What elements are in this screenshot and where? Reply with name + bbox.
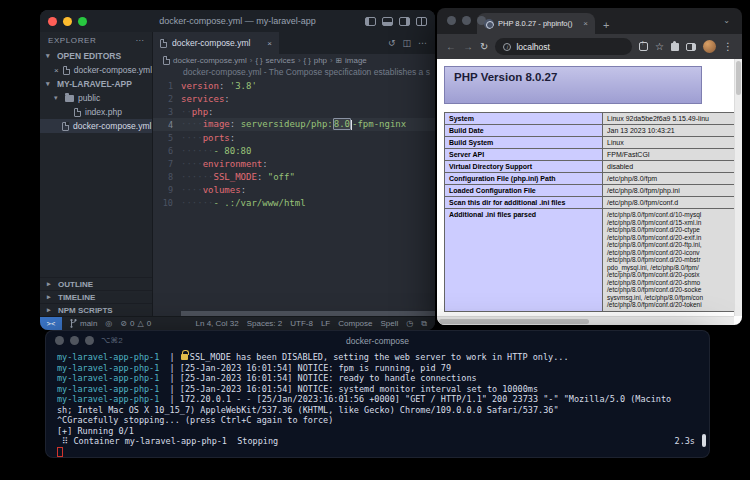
window-controls[interactable] xyxy=(447,16,486,25)
explorer-more-icon[interactable]: ⋯ xyxy=(135,36,144,45)
site-info-icon[interactable]: i xyxy=(503,43,511,51)
back-icon[interactable]: ← xyxy=(446,41,456,52)
status-item-ln-4-col-32[interactable]: Ln 4, Col 32 xyxy=(196,319,239,328)
close-window-button[interactable] xyxy=(48,17,57,26)
side-panel-icon[interactable] xyxy=(686,43,696,51)
file-item-docker-compose[interactable]: docker-compose.yml xyxy=(40,119,152,133)
code-line[interactable]: 10······- .:/var/www/html xyxy=(153,196,435,209)
address-bar[interactable]: i localhost xyxy=(495,38,632,55)
status-item-spell[interactable]: Spell xyxy=(381,319,399,328)
code-token: -fpm-nginx xyxy=(352,119,406,129)
object-symbol-icon: { } xyxy=(255,56,262,65)
code-token: : xyxy=(257,172,268,182)
code-line[interactable]: 8······SSL_MODE: "off" xyxy=(153,170,435,183)
status-item-spaces-2[interactable]: Spaces: 2 xyxy=(247,319,283,328)
line-number: 2 xyxy=(153,94,181,104)
code-token: services xyxy=(181,94,224,104)
toggle-secondary-sidebar-icon[interactable] xyxy=(399,17,410,26)
breadcrumb-services[interactable]: services xyxy=(266,56,295,65)
close-tab-icon[interactable]: × xyxy=(267,39,272,48)
code-line[interactable]: 3··php: xyxy=(153,105,435,118)
line-number: 7 xyxy=(153,159,181,169)
browser-toolbar: ← → ↻ i localhost ☆ ⋮ xyxy=(437,34,742,59)
close-editor-icon[interactable]: × xyxy=(54,66,59,75)
share-icon[interactable] xyxy=(639,42,648,51)
ini-file-path: /etc/php/8.0/fpm/conf.d/20-ftp.ini, xyxy=(607,241,732,249)
line-number: 9 xyxy=(153,185,181,195)
timeline-history-icon[interactable]: ↺ xyxy=(388,38,396,48)
minimize-window-button[interactable] xyxy=(63,17,72,26)
editor-horizontal-scrollbar[interactable] xyxy=(181,311,435,316)
feedback-icon[interactable]: ⧉ xyxy=(421,319,427,329)
browser-tab-phpinfo[interactable]: PHP 8.0.27 - phpinfo() × xyxy=(477,13,595,34)
extensions-icon[interactable] xyxy=(671,43,679,51)
code-line[interactable]: 6······- 80:80 xyxy=(153,144,435,157)
minimize-window-button[interactable] xyxy=(462,16,471,25)
toggle-sidebar-icon[interactable] xyxy=(365,17,376,26)
breadcrumb-file[interactable]: docker-compose.yml xyxy=(173,56,247,65)
folder-icon xyxy=(65,95,74,102)
terminal-output[interactable]: my-laravel-app-php-1 | SSL_MODE has been… xyxy=(46,350,709,457)
code-line[interactable]: 4····image: serversideup/php:8.0-fpm-ngi… xyxy=(153,118,435,131)
code-line[interactable]: 1version: '3.8' xyxy=(153,79,435,92)
open-editors-section[interactable]: ▾ OPEN EDITORS xyxy=(40,49,152,63)
close-tab-icon[interactable]: × xyxy=(583,19,588,28)
new-tab-button[interactable]: + xyxy=(603,19,609,34)
project-root-item[interactable]: ▾ MY-LARAVEL-APP xyxy=(40,77,152,91)
url-text[interactable]: localhost xyxy=(516,42,550,52)
vertical-scrollbar[interactable] xyxy=(734,59,742,316)
npm-scripts-section[interactable]: ▸ NPM SCRIPTS xyxy=(40,303,152,316)
code-token: - .:/var/www/html xyxy=(214,198,306,208)
outline-section[interactable]: ▸ OUTLINE xyxy=(40,277,152,290)
table-row: Scan this dir for additional .ini files/… xyxy=(445,197,737,209)
window-controls[interactable] xyxy=(48,17,87,26)
bookmark-star-icon[interactable]: ☆ xyxy=(655,41,664,52)
profile-avatar[interactable] xyxy=(703,40,716,53)
forward-icon[interactable]: → xyxy=(463,41,473,52)
toggle-panel-icon[interactable] xyxy=(382,17,393,26)
separator: | xyxy=(159,373,179,383)
sync-icon[interactable]: ◎ xyxy=(105,319,112,328)
status-item-lf[interactable]: LF xyxy=(321,319,330,328)
menu-icon[interactable]: ⋮ xyxy=(723,41,733,52)
more-actions-icon[interactable]: ⋯ xyxy=(418,38,427,48)
info-value: Jan 13 2023 10:43:21 xyxy=(603,125,737,137)
reload-icon[interactable]: ↻ xyxy=(480,41,488,52)
notifications-bell-icon[interactable]: ◷ xyxy=(406,319,413,328)
file-item-index-php[interactable]: index.php xyxy=(40,105,152,119)
chevron-down-icon: ▾ xyxy=(46,80,53,88)
code-line[interactable]: 9····volumes: xyxy=(153,183,435,196)
open-editor-item[interactable]: × docker-compose.yml xyxy=(40,63,152,77)
status-item-compose[interactable]: Compose xyxy=(338,319,372,328)
breadcrumb: docker-compose.yml › { } services › { } … xyxy=(153,54,435,67)
ini-file-path: /etc/php/8.0/fpm/conf.d/20-socke xyxy=(607,286,732,294)
timeline-section[interactable]: ▸ TIMELINE xyxy=(40,290,152,303)
problems-indicator[interactable]: ⊘ 0 △ 0 xyxy=(120,319,151,328)
code-line[interactable]: 5····ports: xyxy=(153,131,435,144)
info-value: /etc/php/8.0/fpm/conf.d xyxy=(603,197,737,209)
code-line[interactable]: 7····environment: xyxy=(153,157,435,170)
close-window-button[interactable] xyxy=(447,16,456,25)
terminal-scrollbar[interactable] xyxy=(702,434,706,447)
table-row: Build SystemLinux xyxy=(445,137,737,149)
breadcrumb-php[interactable]: php xyxy=(314,56,327,65)
horizontal-scrollbar[interactable] xyxy=(437,316,734,325)
tab-docker-compose[interactable]: docker-compose.yml × xyxy=(153,32,279,54)
code-line[interactable]: 2services: xyxy=(153,92,435,105)
errors-icon: ⊘ xyxy=(120,319,127,328)
git-branch-indicator[interactable]: main xyxy=(70,319,97,328)
split-editor-icon[interactable]: ◫ xyxy=(402,38,411,48)
code-token: : xyxy=(208,107,213,117)
tab-search-caret-icon[interactable]: ⌄ xyxy=(723,16,730,25)
info-value: /etc/php/8.0/fpm/php.ini xyxy=(603,185,737,197)
code-editor[interactable]: 1version: '3.8'2services:3··php:4····ima… xyxy=(153,79,435,316)
status-item-utf-8[interactable]: UTF-8 xyxy=(290,319,313,328)
zoom-window-button[interactable] xyxy=(78,17,87,26)
separator: | xyxy=(159,352,179,362)
code-token: ·· xyxy=(181,107,192,117)
remote-indicator[interactable]: >< xyxy=(40,317,62,331)
breadcrumb-image[interactable]: image xyxy=(345,56,367,65)
customize-layout-icon[interactable] xyxy=(416,17,427,26)
folder-item-public[interactable]: ▾ public xyxy=(40,91,152,105)
code-token: '3.8' xyxy=(230,81,257,91)
